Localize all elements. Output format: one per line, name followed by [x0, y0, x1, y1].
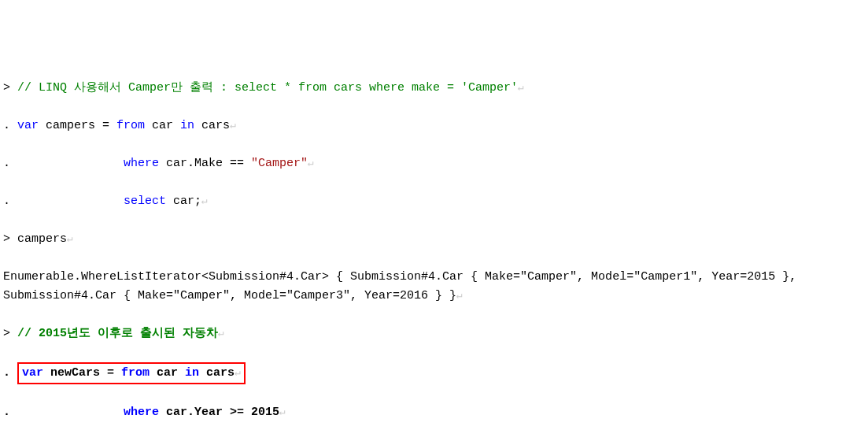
prompt: . — [3, 406, 124, 419]
eol-icon: ↵ — [518, 82, 524, 94]
prompt: > — [3, 327, 17, 340]
output-text: Enumerable.WhereListIterator<Submission#… — [3, 270, 803, 302]
code-line-6: > // 2015년도 이후로 출시된 자동차↵ — [3, 324, 865, 343]
code-text: newCars = — [43, 366, 121, 380]
string-literal: "Camper" — [251, 157, 308, 170]
keyword-in: in — [185, 366, 199, 380]
code-text: campers = — [39, 119, 116, 132]
keyword-var: var — [17, 119, 39, 132]
eol-icon: ↵ — [456, 290, 463, 302]
code-text: cars — [199, 366, 235, 380]
comment: // LINQ 사용해서 Camper만 출력 : select * from … — [17, 81, 518, 95]
code-text: car.Year >= 2015 — [159, 406, 279, 419]
code-line-2: . var campers = from car in cars↵ — [3, 117, 865, 135]
eol-icon: ↵ — [67, 233, 73, 245]
keyword-from: from — [116, 119, 145, 132]
code-text: car; — [166, 195, 201, 208]
code-text: car — [150, 366, 185, 380]
code-line-5: > campers↵ — [3, 230, 865, 249]
keyword-where: where — [124, 157, 159, 170]
output-line-1: Enumerable.WhereListIterator<Submission#… — [3, 268, 865, 306]
eol-icon: ↵ — [279, 406, 286, 418]
code-text: cars — [194, 119, 230, 132]
prompt: . — [3, 157, 124, 170]
keyword-from: from — [121, 366, 150, 380]
keyword-in: in — [180, 119, 194, 132]
keyword-where: where — [124, 406, 159, 419]
eol-icon: ↵ — [230, 120, 236, 132]
eol-icon: ↵ — [235, 367, 241, 379]
code-text: campers — [17, 232, 67, 246]
code-line-1: > // LINQ 사용해서 Camper만 출력 : select * fro… — [3, 79, 865, 98]
code-line-7: . var newCars = from car in cars↵ — [3, 362, 865, 384]
eol-icon: ↵ — [308, 158, 314, 169]
keyword-select: select — [124, 195, 166, 208]
eol-icon: ↵ — [218, 328, 224, 339]
prompt: > — [3, 81, 17, 95]
prompt: . — [3, 119, 17, 132]
code-line-3: . where car.Make == "Camper"↵ — [3, 154, 865, 173]
prompt: . — [3, 366, 17, 380]
keyword-var: var — [22, 366, 43, 380]
code-line-8: . where car.Year >= 2015↵ — [3, 403, 865, 422]
eol-icon: ↵ — [201, 195, 208, 207]
code-line-4: . select car;↵ — [3, 192, 865, 211]
code-text: car — [145, 119, 180, 132]
code-text: car.Make == — [159, 157, 251, 170]
prompt: > — [3, 232, 17, 246]
comment: // 2015년도 이후로 출시된 자동차 — [17, 327, 218, 340]
prompt: . — [3, 195, 124, 208]
highlighted-code: var newCars = from car in cars↵ — [17, 362, 246, 384]
